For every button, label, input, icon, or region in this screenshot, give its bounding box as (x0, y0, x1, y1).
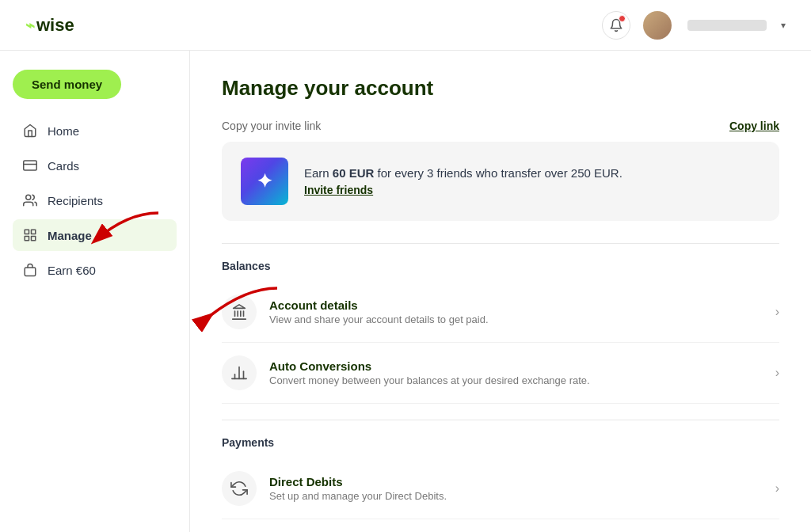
direct-debits-content: Direct Debits Set up and manage your Dir… (269, 475, 763, 502)
sync-icon (230, 480, 248, 497)
header: ⌁ wise ▾ (0, 0, 811, 51)
invite-card-text: Earn 60 EUR for every 3 friends who tran… (304, 166, 623, 180)
auto-conversions-chevron: › (775, 366, 779, 380)
sidebar-item-home-label: Home (48, 124, 79, 138)
sidebar: Send money Home Cards (0, 51, 190, 532)
auto-conversions-title: Auto Conversions (269, 359, 763, 373)
chart-icon-wrapper (222, 355, 257, 390)
logo: ⌁ wise (25, 15, 74, 36)
account-details-desc: View and share your account details to g… (269, 314, 763, 325)
invite-thumb-symbol: ✦ (257, 170, 272, 192)
svg-rect-0 (24, 161, 37, 170)
card-icon (22, 158, 38, 173)
sidebar-item-earn[interactable]: Earn €60 (13, 254, 177, 286)
chart-icon (230, 364, 248, 382)
auto-conversions-desc: Convert money between your balances at y… (269, 374, 763, 386)
direct-debits-chevron: › (775, 481, 779, 496)
direct-debits-desc: Set up and manage your Direct Debits. (269, 490, 763, 502)
sync-icon-wrapper (222, 471, 257, 506)
send-money-button[interactable]: Send money (13, 70, 121, 99)
sidebar-item-earn-label: Earn €60 (48, 264, 96, 277)
notification-dot (619, 15, 626, 22)
invite-card-content: Earn 60 EUR for every 3 friends who tran… (304, 166, 623, 196)
account-details-chevron: › (775, 305, 779, 319)
payments-section: Payments Direct Debits Set up and manage… (222, 420, 779, 532)
copy-link-button[interactable]: Copy link (729, 120, 779, 132)
invite-text-suffix: for every 3 friends who transfer over 25… (374, 166, 622, 180)
avatar[interactable] (643, 11, 672, 40)
sidebar-item-home[interactable]: Home (13, 115, 177, 146)
manage-icon (22, 227, 38, 243)
earn-icon (22, 262, 38, 278)
svg-rect-6 (32, 237, 36, 241)
invite-section: Copy your invite link Copy link ✦ Earn 6… (222, 120, 779, 221)
page-title: Manage your account (222, 76, 779, 101)
invite-highlight: 60 EUR (333, 166, 375, 180)
scheduled-transfers-item[interactable]: Scheduled transfers Manage transfers tha… (222, 519, 779, 532)
direct-debits-item[interactable]: Direct Debits Set up and manage your Dir… (222, 458, 779, 519)
svg-rect-7 (25, 268, 36, 276)
auto-conversions-content: Auto Conversions Convert money between y… (269, 359, 763, 386)
header-right: ▾ (602, 11, 786, 40)
bank-icon-wrapper (222, 294, 257, 329)
balances-section-label: Balances (222, 260, 779, 272)
svg-marker-15 (234, 305, 246, 309)
home-icon (22, 123, 38, 139)
username-bar (687, 20, 767, 31)
chevron-down-icon[interactable]: ▾ (781, 20, 786, 31)
invite-header: Copy your invite link Copy link (222, 120, 779, 132)
invite-text-prefix: Earn (304, 166, 333, 180)
invite-friends-link[interactable]: Invite friends (304, 184, 623, 196)
account-details-title: Account details (269, 298, 763, 312)
layout: Send money Home Cards (0, 51, 811, 532)
sidebar-item-recipients-label: Recipients (48, 194, 103, 207)
svg-point-2 (26, 195, 31, 200)
sidebar-item-cards[interactable]: Cards (13, 150, 177, 181)
account-details-content: Account details View and share your acco… (269, 298, 763, 325)
notifications-button[interactable] (602, 11, 630, 40)
invite-thumbnail: ✦ (241, 158, 288, 205)
invite-section-label: Copy your invite link (222, 120, 321, 132)
sidebar-item-manage[interactable]: Manage (13, 219, 177, 251)
bank-icon (230, 303, 248, 321)
balances-section: Balances Account details View and share … (222, 243, 779, 404)
svg-rect-3 (25, 230, 29, 234)
recipients-icon (22, 192, 38, 208)
svg-rect-4 (32, 230, 36, 234)
invite-card: ✦ Earn 60 EUR for every 3 friends who tr… (222, 142, 779, 221)
account-details-item[interactable]: Account details View and share your acco… (222, 282, 779, 343)
main-content: Manage your account Copy your invite lin… (190, 51, 811, 532)
svg-rect-5 (25, 237, 29, 241)
auto-conversions-item[interactable]: Auto Conversions Convert money between y… (222, 343, 779, 404)
logo-icon: ⌁ (25, 16, 35, 35)
direct-debits-title: Direct Debits (269, 475, 763, 488)
logo-text: wise (36, 15, 74, 36)
payments-section-label: Payments (222, 436, 779, 449)
sidebar-item-cards-label: Cards (48, 159, 79, 173)
sidebar-item-manage-label: Manage (48, 229, 92, 242)
sidebar-item-recipients[interactable]: Recipients (13, 184, 177, 216)
